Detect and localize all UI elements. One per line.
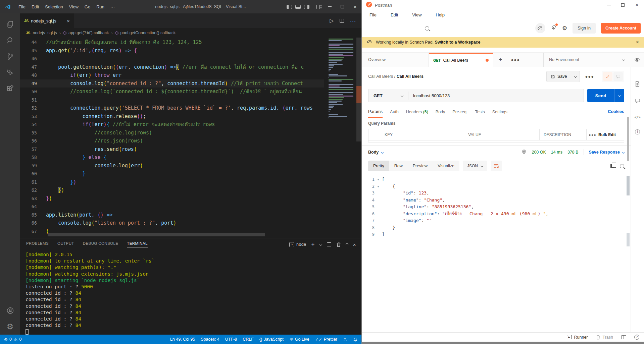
wrap-lines-icon[interactable] bbox=[491, 161, 502, 171]
menu-item[interactable]: File bbox=[15, 3, 29, 11]
code-snippet-icon[interactable]: </> bbox=[634, 115, 641, 119]
menu-item[interactable]: View bbox=[66, 3, 82, 11]
settings-gear-icon[interactable]: ⚙ bbox=[2, 319, 18, 335]
save-button[interactable]: Save bbox=[546, 71, 580, 82]
tab-nodejs-sql[interactable]: JS nodejs_sql.js × bbox=[20, 13, 74, 28]
column-description[interactable]: DESCRIPTION bbox=[540, 129, 586, 140]
view-raw[interactable]: Raw bbox=[389, 161, 408, 171]
request-breadcrumb[interactable]: Call All Beers / Call All Beers bbox=[368, 74, 424, 79]
feedback-icon[interactable] bbox=[343, 337, 347, 342]
close-button[interactable]: × bbox=[630, 0, 644, 10]
request-scrollbar-thumb[interactable] bbox=[627, 117, 629, 161]
tab-params[interactable]: Params bbox=[368, 106, 383, 118]
save-response-button[interactable]: Save Response bbox=[589, 150, 624, 155]
terminal-output[interactable]: [nodemon] 2.0.15[nodemon] to restart at … bbox=[20, 250, 361, 335]
language-mode[interactable]: {}JavaScript bbox=[259, 337, 284, 342]
menu-item[interactable]: Edit bbox=[388, 11, 401, 19]
horizontal-scrollbar[interactable] bbox=[48, 233, 265, 236]
split-editor-icon[interactable] bbox=[340, 19, 344, 23]
new-terminal-icon[interactable]: + bbox=[311, 241, 315, 248]
view-preview[interactable]: Preview bbox=[408, 161, 433, 171]
column-options-icon[interactable]: ●●● bbox=[586, 129, 598, 140]
t​ab-prereq[interactable]: Pre-req. bbox=[452, 106, 467, 117]
menu-item[interactable]: File bbox=[366, 11, 380, 19]
search-icon[interactable] bbox=[425, 26, 429, 31]
banner-close-icon[interactable]: × bbox=[636, 39, 639, 45]
menu-item[interactable]: Edit bbox=[29, 3, 42, 11]
sign-in-button[interactable]: Sign In bbox=[573, 23, 596, 34]
extensions-icon[interactable] bbox=[2, 80, 18, 97]
breadcrumb-file[interactable]: nodejs_sql.js bbox=[33, 31, 57, 35]
notifications-bell-icon[interactable] bbox=[353, 337, 357, 342]
tab-debug-console[interactable]: DEBUG CONSOLE bbox=[83, 241, 118, 247]
new-tab-icon[interactable]: + bbox=[493, 53, 508, 67]
minimap[interactable] bbox=[329, 39, 355, 119]
switch-workspace-link[interactable]: Switch to a Workspace bbox=[435, 40, 481, 45]
eol-sequence[interactable]: CRLF bbox=[243, 337, 254, 342]
menu-item[interactable]: View bbox=[409, 11, 425, 19]
comment-icon[interactable] bbox=[613, 72, 623, 81]
minimize-button[interactable] bbox=[602, 0, 616, 10]
two-pane-icon[interactable] bbox=[621, 335, 626, 339]
comments-icon[interactable] bbox=[635, 99, 640, 105]
method-select[interactable]: GET bbox=[368, 93, 408, 98]
response-size[interactable]: 378 B bbox=[567, 150, 579, 155]
format-select[interactable]: JSON bbox=[463, 161, 487, 171]
runner-button[interactable]: ▶ Runner bbox=[567, 335, 588, 340]
tab-headers[interactable]: Headers (6) bbox=[406, 106, 428, 117]
more-actions-icon[interactable]: ··· bbox=[350, 18, 356, 24]
tab-settings[interactable]: Settings bbox=[492, 106, 507, 117]
split-terminal-icon[interactable] bbox=[327, 242, 331, 246]
go-live[interactable]: Go Live bbox=[289, 337, 309, 342]
documentation-icon[interactable] bbox=[635, 81, 640, 88]
tab-tests[interactable]: Tests bbox=[475, 106, 485, 117]
editor-scrollbar[interactable] bbox=[356, 38, 361, 238]
menu-item[interactable]: Go bbox=[82, 3, 93, 11]
copy-icon[interactable] bbox=[610, 164, 614, 168]
menu-item[interactable]: Selection bbox=[42, 3, 66, 11]
help-icon[interactable]: ? bbox=[634, 335, 639, 340]
terminal-dropdown-icon[interactable] bbox=[319, 243, 322, 246]
scrollbar-thumb[interactable] bbox=[627, 233, 630, 246]
request-info-icon[interactable]: i bbox=[635, 129, 640, 134]
trash-button[interactable]: Trash bbox=[596, 335, 613, 340]
code-editor[interactable]: 44//สร้างหน้าย่อย ดึงข้อมูลเฉพาะ id ที่ต… bbox=[20, 38, 361, 238]
accounts-icon[interactable] bbox=[2, 302, 18, 319]
close-panel-icon[interactable]: × bbox=[353, 242, 356, 247]
prettier-status[interactable]: ✓✓Prettier bbox=[315, 337, 337, 342]
breadcrumb-symbol[interactable]: pool.getConnection() callback bbox=[120, 31, 176, 35]
maximize-panel-icon[interactable] bbox=[346, 243, 348, 246]
menu-item[interactable]: Help bbox=[433, 11, 448, 19]
send-button[interactable]: Send bbox=[587, 89, 624, 102]
save-options-icon[interactable] bbox=[571, 71, 580, 82]
response-body-toggle[interactable]: Body bbox=[368, 150, 383, 155]
status-badge[interactable]: 200 OK bbox=[532, 150, 546, 155]
source-control-icon[interactable] bbox=[2, 48, 18, 64]
response-body-json[interactable]: 1▼[2▼ {3 "id": 123,4 "name": "Chang",5 "… bbox=[362, 173, 631, 332]
customize-layout-icon[interactable] bbox=[316, 5, 320, 9]
errors-badge[interactable]: ⊗0 bbox=[4, 337, 12, 342]
maximize-button[interactable] bbox=[616, 0, 630, 10]
maximize-button[interactable] bbox=[336, 0, 349, 13]
tab-call-all-beers[interactable]: GET Call All Beers bbox=[429, 53, 493, 67]
warnings-badge[interactable]: ⚠0 bbox=[14, 337, 22, 342]
cookies-link[interactable]: Cookies bbox=[608, 109, 624, 114]
tab-body[interactable]: Body bbox=[436, 106, 445, 117]
tab-options-icon[interactable]: ●●● bbox=[508, 53, 524, 67]
run-file-icon[interactable]: ▷ bbox=[330, 18, 334, 24]
kill-terminal-icon[interactable] bbox=[336, 242, 341, 247]
search-icon[interactable] bbox=[2, 32, 18, 48]
minimize-button[interactable] bbox=[323, 0, 336, 13]
bulk-edit-button[interactable]: Bulk Edit bbox=[598, 129, 624, 140]
offline-cloud-icon[interactable] bbox=[535, 23, 545, 33]
tab-overview[interactable]: Overview bbox=[362, 53, 429, 67]
shell-selector[interactable]: > node bbox=[289, 242, 306, 247]
settings-gear-icon[interactable]: ⚙ bbox=[562, 25, 567, 32]
fold-caret-icon[interactable]: ▼ bbox=[375, 183, 382, 190]
view-visualize[interactable]: Visualize bbox=[433, 161, 459, 171]
rename-pencil-icon[interactable] bbox=[603, 72, 612, 81]
response-time[interactable]: 14 ms bbox=[551, 150, 562, 155]
tab-output[interactable]: OUTPUT bbox=[57, 241, 74, 247]
environment-quick-look-icon[interactable] bbox=[630, 53, 644, 67]
column-key[interactable]: KEY bbox=[381, 129, 464, 140]
